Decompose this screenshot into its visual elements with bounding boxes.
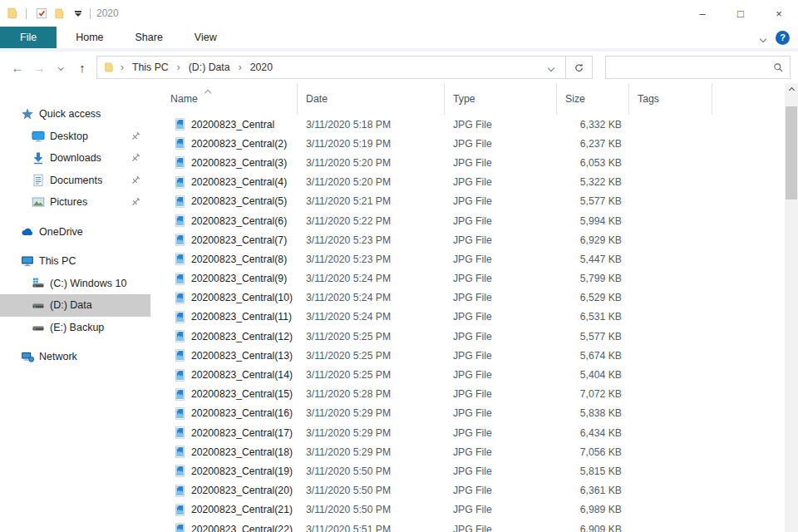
- table-row[interactable]: 20200823_Central(19)3/11/2020 5:50 PMJPG…: [162, 461, 785, 480]
- minimize-button[interactable]: –: [683, 0, 722, 27]
- table-row[interactable]: 20200823_Central3/11/2020 5:18 PMJPG Fil…: [162, 115, 785, 134]
- sidebar-item-c-windows-10[interactable]: (C:) Windows 10: [0, 273, 150, 295]
- file-date: 3/11/2020 5:24 PM: [298, 273, 445, 284]
- table-row[interactable]: 20200823_Central(6)3/11/2020 5:22 PMJPG …: [162, 211, 785, 230]
- scroll-up-button[interactable]: [785, 83, 798, 97]
- column-header-name[interactable]: Name: [162, 83, 298, 115]
- vertical-scrollbar[interactable]: [785, 83, 798, 532]
- sidebar-item-label: Pictures: [50, 196, 87, 208]
- file-size: 5,404 KB: [557, 369, 629, 381]
- table-row[interactable]: 20200823_Central(15)3/11/2020 5:28 PMJPG…: [162, 385, 785, 404]
- tab-file[interactable]: File: [0, 27, 57, 48]
- sidebar-item-documents[interactable]: Documents: [0, 170, 150, 192]
- table-row[interactable]: 20200823_Central(20)3/11/2020 5:50 PMJPG…: [162, 481, 785, 500]
- downloads-icon: [32, 151, 45, 165]
- search-button[interactable]: [766, 62, 790, 73]
- breadcrumb-segment-d-data[interactable]: (D:) Data: [182, 62, 237, 73]
- tab-view[interactable]: View: [179, 27, 233, 48]
- tab-home[interactable]: Home: [60, 27, 119, 48]
- refresh-button[interactable]: [566, 56, 593, 79]
- jpg-file-icon: [174, 485, 186, 497]
- file-date: 3/11/2020 5:25 PM: [298, 369, 445, 381]
- pin-icon[interactable]: [131, 153, 140, 163]
- drive-icon: [32, 298, 45, 312]
- table-row[interactable]: 20200823_Central(3)3/11/2020 5:20 PMJPG …: [162, 153, 785, 172]
- forward-button[interactable]: →: [30, 57, 48, 77]
- file-type: JPG File: [445, 331, 557, 342]
- jpg-file-icon: [174, 349, 186, 362]
- ribbon-expand-button[interactable]: [761, 30, 766, 45]
- file-type: JPG File: [445, 485, 557, 496]
- file-type: JPG File: [445, 446, 557, 458]
- close-button[interactable]: ×: [760, 0, 798, 27]
- help-button[interactable]: ?: [776, 31, 790, 45]
- up-button[interactable]: ↑: [73, 57, 91, 77]
- file-name: 20200823_Central(22): [191, 524, 293, 532]
- table-row[interactable]: 20200823_Central(14)3/11/2020 5:25 PMJPG…: [162, 365, 785, 384]
- sidebar-item-quick-access[interactable]: Quick access: [0, 103, 150, 126]
- sidebar-item-label: This PC: [39, 255, 76, 267]
- breadcrumb-segment-this-pc[interactable]: This PC: [126, 62, 175, 73]
- table-row[interactable]: 20200823_Central(11)3/11/2020 5:24 PMJPG…: [162, 308, 785, 327]
- qat-new-folder-button[interactable]: [51, 4, 69, 22]
- column-header-filler: [712, 83, 785, 115]
- sidebar-item-pictures[interactable]: Pictures: [0, 191, 150, 214]
- sidebar-item-desktop[interactable]: Desktop: [0, 126, 150, 148]
- sidebar-item-downloads[interactable]: Downloads: [0, 147, 150, 170]
- sidebar-item-network[interactable]: Network: [0, 346, 150, 368]
- explorer-window: 2020 – □ × File Home Share View ? ← → ↑: [0, 0, 798, 532]
- sidebar-item-e-backup[interactable]: (E:) Backup: [0, 317, 150, 339]
- qat-customize-dropdown[interactable]: [72, 11, 84, 17]
- breadcrumb-segment-2020[interactable]: 2020: [244, 62, 279, 73]
- column-header-tags[interactable]: Tags: [629, 83, 712, 115]
- file-size: 5,322 KB: [557, 176, 629, 188]
- file-date: 3/11/2020 5:50 PM: [298, 504, 445, 515]
- table-row[interactable]: 20200823_Central(18)3/11/2020 5:29 PMJPG…: [162, 442, 785, 461]
- table-row[interactable]: 20200823_Central(8)3/11/2020 5:23 PMJPG …: [162, 249, 785, 268]
- file-name: 20200823_Central(17): [191, 427, 293, 439]
- column-header-date[interactable]: Date: [298, 83, 445, 115]
- sidebar-item-this-pc[interactable]: This PC: [0, 250, 150, 273]
- jpg-file-icon: [174, 176, 186, 189]
- back-button[interactable]: ←: [8, 57, 27, 77]
- main-area: Quick accessDesktopDownloadsDocumentsPic…: [0, 83, 798, 532]
- qat-properties-button[interactable]: [32, 4, 51, 22]
- sidebar-item-onedrive[interactable]: OneDrive: [0, 221, 150, 244]
- column-header-size[interactable]: Size: [557, 83, 629, 115]
- refresh-icon: [574, 62, 584, 73]
- column-headers: NameDateTypeSizeTags: [162, 83, 785, 115]
- pin-icon[interactable]: [131, 131, 140, 141]
- column-header-type[interactable]: Type: [445, 83, 557, 115]
- recent-locations-dropdown[interactable]: [52, 57, 70, 77]
- address-bar[interactable]: ›This PC›(D:) Data›2020: [96, 56, 566, 79]
- table-row[interactable]: 20200823_Central(7)3/11/2020 5:23 PMJPG …: [162, 230, 785, 249]
- file-size: 5,815 KB: [557, 466, 629, 477]
- pin-icon[interactable]: [131, 197, 140, 207]
- sidebar-item-d-data[interactable]: (D:) Data: [0, 294, 150, 317]
- file-date: 3/11/2020 5:29 PM: [298, 407, 445, 419]
- jpg-file-icon: [174, 465, 186, 477]
- pin-icon[interactable]: [131, 175, 140, 185]
- table-row[interactable]: 20200823_Central(16)3/11/2020 5:29 PMJPG…: [162, 404, 785, 423]
- scrollbar-thumb[interactable]: [786, 106, 797, 200]
- table-row[interactable]: 20200823_Central(21)3/11/2020 5:50 PMJPG…: [162, 500, 785, 520]
- search-input[interactable]: [606, 57, 766, 78]
- address-dropdown-button[interactable]: [540, 62, 562, 73]
- table-row[interactable]: 20200823_Central(13)3/11/2020 5:25 PMJPG…: [162, 346, 785, 365]
- maximize-button[interactable]: □: [722, 0, 760, 27]
- qat-customize-bar-icon: [75, 11, 81, 12]
- file-type: JPG File: [445, 350, 557, 362]
- table-row[interactable]: 20200823_Central(12)3/11/2020 5:25 PMJPG…: [162, 327, 785, 346]
- file-name: 20200823_Central(21): [191, 504, 293, 515]
- table-row[interactable]: 20200823_Central(17)3/11/2020 5:29 PMJPG…: [162, 423, 785, 442]
- table-row[interactable]: 20200823_Central(9)3/11/2020 5:24 PMJPG …: [162, 269, 785, 288]
- documents-icon: [32, 174, 45, 187]
- table-row[interactable]: 20200823_Central(5)3/11/2020 5:21 PMJPG …: [162, 192, 785, 211]
- table-row[interactable]: 20200823_Central(10)3/11/2020 5:24 PMJPG…: [162, 288, 785, 308]
- chevron-up-icon: [788, 87, 794, 93]
- table-row[interactable]: 20200823_Central(4)3/11/2020 5:20 PMJPG …: [162, 173, 785, 192]
- tab-share[interactable]: Share: [120, 27, 179, 48]
- chevron-down-icon: [548, 65, 554, 71]
- table-row[interactable]: 20200823_Central(2)3/11/2020 5:19 PMJPG …: [162, 134, 785, 153]
- table-row[interactable]: 20200823_Central(22)3/11/2020 5:51 PMJPG…: [162, 520, 785, 532]
